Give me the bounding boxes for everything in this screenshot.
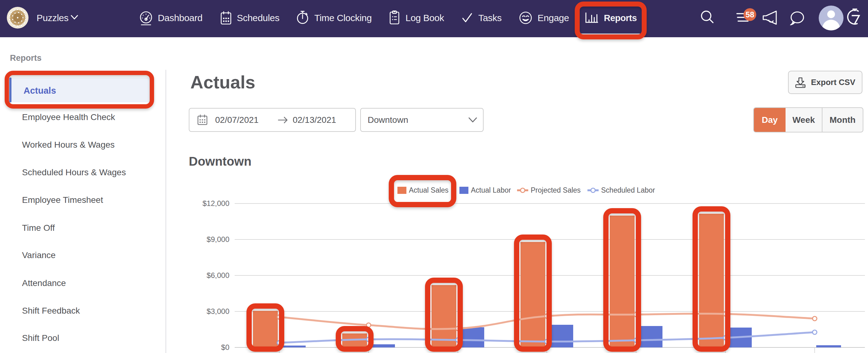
svg-text:Projected Sales: Projected Sales: [531, 186, 581, 194]
svg-text:$3,000: $3,000: [207, 307, 229, 316]
svg-text:$9,000: $9,000: [207, 235, 229, 243]
svg-text:$0: $0: [221, 343, 229, 351]
svg-text:58: 58: [746, 10, 754, 19]
svg-text:Scheduled Labor: Scheduled Labor: [601, 186, 655, 194]
svg-text:Actual Sales: Actual Sales: [409, 186, 448, 194]
svg-text:$12,000: $12,000: [203, 199, 229, 208]
svg-text:Actual Labor: Actual Labor: [471, 186, 511, 194]
svg-text:$6,000: $6,000: [207, 271, 229, 280]
